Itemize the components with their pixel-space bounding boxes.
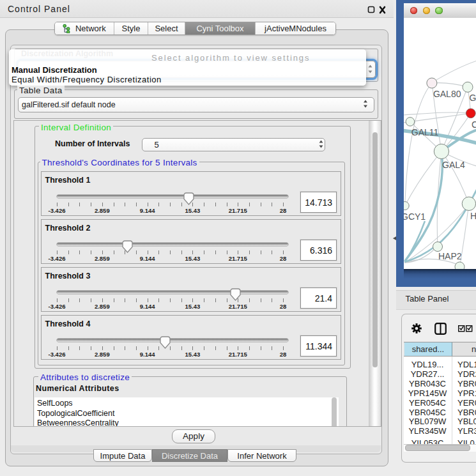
svg-text:GAL11: GAL11: [411, 127, 438, 137]
svg-text:GAL4: GAL4: [442, 160, 465, 170]
svg-text:GA: GA: [469, 93, 476, 103]
svg-text:GCY1: GCY1: [404, 211, 426, 222]
svg-text:HAP2: HAP2: [438, 251, 462, 261]
svg-text:HA: HA: [470, 211, 476, 221]
svg-text:GAL80: GAL80: [433, 89, 461, 99]
svg-text:C: C: [472, 119, 476, 130]
